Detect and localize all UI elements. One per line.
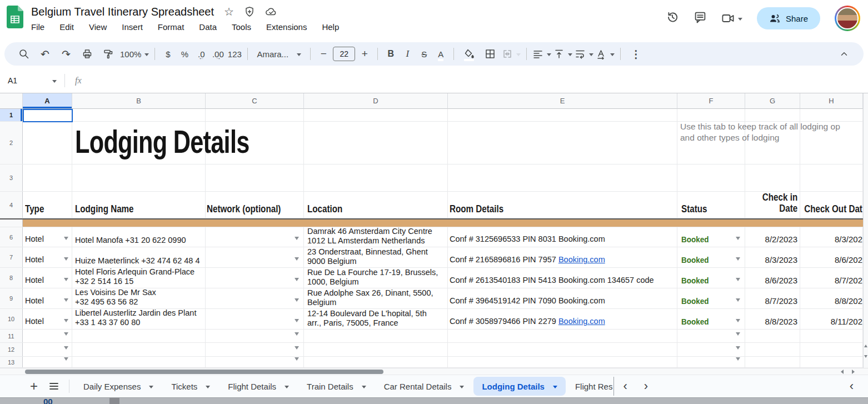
dropdown-icon[interactable] xyxy=(736,257,740,263)
row-header-12[interactable]: 12 xyxy=(0,343,23,356)
check-out-cell[interactable]: 8/8/202 xyxy=(800,288,863,308)
scroll-up-icon[interactable] xyxy=(864,342,868,348)
check-in-cell[interactable] xyxy=(745,357,800,367)
name-cell[interactable]: Huize Maeterlinck +32 474 62 48 4 xyxy=(72,247,206,267)
room-cell[interactable] xyxy=(448,357,677,367)
booking-link[interactable]: Booking.com xyxy=(558,317,605,326)
select-all-corner[interactable] xyxy=(0,93,23,109)
tab-scroll-right-icon[interactable]: › xyxy=(636,379,656,393)
location-cell[interactable] xyxy=(304,357,448,367)
comments-icon[interactable] xyxy=(694,11,707,26)
room-cell[interactable] xyxy=(448,343,677,356)
dropdown-icon[interactable] xyxy=(736,332,740,338)
dropdown-icon[interactable] xyxy=(295,237,299,242)
location-cell[interactable] xyxy=(304,343,448,356)
status-cell[interactable]: Booked xyxy=(677,247,745,267)
cell-f3[interactable] xyxy=(677,164,745,191)
strikethrough-icon[interactable]: S xyxy=(417,45,431,63)
status-cell[interactable]: Booked xyxy=(677,268,745,288)
check-out-cell[interactable]: 8/11/202 xyxy=(800,309,863,329)
name-cell[interactable]: Libertel Austerlitz Jardin des Plant+33 … xyxy=(72,309,206,329)
cell-c3[interactable] xyxy=(206,164,304,191)
search-menus-icon[interactable] xyxy=(14,45,33,63)
type-cell[interactable] xyxy=(23,357,72,367)
status-cell[interactable]: Booked xyxy=(677,288,745,308)
row-5-divider-band[interactable] xyxy=(0,218,863,227)
check-in-cell[interactable]: 8/2/2023 xyxy=(745,227,800,247)
cell-e2[interactable] xyxy=(448,122,677,164)
scroll-down-icon[interactable] xyxy=(864,355,868,360)
type-cell[interactable]: Hotel xyxy=(23,268,72,288)
check-out-cell[interactable] xyxy=(800,357,863,367)
dropdown-icon[interactable] xyxy=(64,332,68,338)
increase-decimals-icon[interactable]: .00→ xyxy=(211,45,225,63)
tab-car-rental-details[interactable]: Car Rental Details xyxy=(376,377,473,396)
decrease-decimals-icon[interactable]: .0← xyxy=(194,45,208,63)
header-type-cell[interactable]: Type xyxy=(23,192,72,218)
network-cell[interactable] xyxy=(206,309,304,329)
dropdown-icon[interactable] xyxy=(64,346,68,352)
row-header-7[interactable]: 7 xyxy=(0,247,23,267)
room-cell[interactable]: Conf # 3964519142 PIN 7090 Booking.com xyxy=(448,288,677,308)
col-header-g[interactable]: G xyxy=(745,93,800,109)
menu-tools[interactable]: Tools xyxy=(232,22,251,32)
dropdown-icon[interactable] xyxy=(295,278,299,283)
check-out-cell[interactable]: 8/7/202 xyxy=(800,268,863,288)
tab-daily-expenses[interactable]: Daily Expenses xyxy=(75,377,162,396)
text-wrap-icon[interactable] xyxy=(575,45,593,63)
dropdown-icon[interactable] xyxy=(736,319,740,325)
tab-lodging-details-active[interactable]: Lodging Details xyxy=(473,377,566,396)
dropdown-icon[interactable] xyxy=(64,298,68,304)
network-cell[interactable] xyxy=(206,357,304,367)
col-header-b[interactable]: B xyxy=(72,93,206,109)
shield-approval-icon[interactable] xyxy=(244,6,255,17)
vertical-align-icon[interactable] xyxy=(553,45,572,63)
share-button[interactable]: Share xyxy=(757,7,820,29)
text-color-icon[interactable]: A xyxy=(433,45,448,63)
dropdown-icon[interactable] xyxy=(64,257,68,263)
room-cell[interactable]: Conf # 3058979466 PIN 2279 Booking.com xyxy=(448,309,677,329)
network-cell[interactable] xyxy=(206,227,304,247)
menu-file[interactable]: File xyxy=(31,22,44,32)
network-cell[interactable] xyxy=(206,330,304,342)
increase-font-size-button[interactable]: + xyxy=(357,45,372,63)
dropdown-icon[interactable] xyxy=(64,357,68,363)
horizontal-scroll-thumb[interactable] xyxy=(25,370,383,374)
header-check-out-cell[interactable]: Check Out Dat xyxy=(800,192,863,218)
tab-flight-reservations-truncated[interactable]: Flight Res xyxy=(567,377,615,396)
dropdown-icon[interactable] xyxy=(295,346,299,352)
tab-train-details[interactable]: Train Details xyxy=(298,377,375,396)
tab-flight-details[interactable]: Flight Details xyxy=(220,377,297,396)
format-currency-icon[interactable]: $ xyxy=(161,45,175,63)
check-in-cell[interactable] xyxy=(745,343,800,356)
font-select[interactable]: Amara... xyxy=(253,45,305,63)
zoom-select[interactable]: 100% xyxy=(120,45,149,63)
tab-caret[interactable] xyxy=(285,386,289,391)
type-cell[interactable]: Hotel xyxy=(23,247,72,267)
location-cell[interactable] xyxy=(304,330,448,342)
meet-video-button[interactable] xyxy=(721,12,742,25)
dropdown-icon[interactable] xyxy=(736,237,740,242)
dropdown-icon[interactable] xyxy=(295,357,299,363)
cell-d3[interactable] xyxy=(304,164,448,191)
status-cell[interactable] xyxy=(677,357,745,367)
check-in-cell[interactable]: 8/8/2023 xyxy=(745,309,800,329)
more-formats-icon[interactable]: 123 xyxy=(227,45,242,63)
tab-caret[interactable] xyxy=(149,386,153,391)
header-check-in-cell[interactable]: Check inDate xyxy=(745,192,800,218)
all-sheets-icon[interactable] xyxy=(44,381,63,392)
tab-caret[interactable] xyxy=(206,386,210,391)
name-cell[interactable] xyxy=(72,357,206,367)
row-header-8[interactable]: 8 xyxy=(0,268,23,288)
menu-data[interactable]: Data xyxy=(199,22,217,32)
menu-extensions[interactable]: Extensions xyxy=(266,22,307,32)
cell-g1[interactable] xyxy=(745,109,800,121)
redo-icon[interactable]: ↷ xyxy=(57,45,76,63)
status-cell[interactable]: Booked xyxy=(677,309,745,329)
row-header-3[interactable]: 3 xyxy=(0,164,23,191)
horizontal-scrollbar[interactable] xyxy=(0,368,868,375)
italic-icon[interactable]: I xyxy=(400,45,415,63)
account-avatar[interactable] xyxy=(835,6,860,31)
row-header-10[interactable]: 10 xyxy=(0,309,23,329)
dropdown-icon[interactable] xyxy=(736,346,740,352)
